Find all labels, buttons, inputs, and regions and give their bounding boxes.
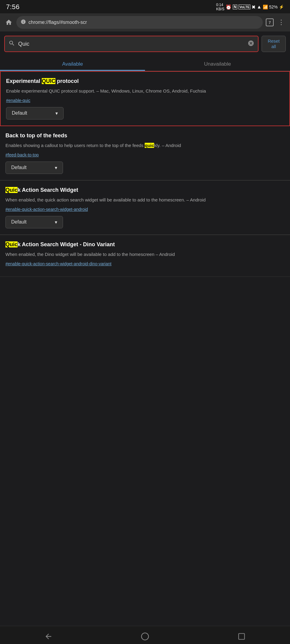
flag-desc-quic: Enable experimental QUIC protocol suppor… [6, 88, 284, 95]
flag-item-quick-action-widget-dino: Quick Action Search Widget - Dino Varian… [0, 235, 290, 277]
flag-dropdown-value-quic: Default [12, 110, 27, 116]
flag-title-quick-action-widget: Quick Action Search Widget [5, 187, 285, 194]
flag-title-quick-action-widget-dino: Quick Action Search Widget - Dino Varian… [5, 241, 285, 248]
svg-rect-1 [239, 633, 245, 639]
flags-content: Quic Resetall Available Unavailable Expe… [0, 31, 290, 626]
info-icon [21, 19, 26, 26]
dropdown-arrow-quic: ▾ [55, 110, 58, 116]
battery-level: 52% ⚡ [269, 5, 284, 9]
flag-desc-back-to-top: Enables showing a callout to help users … [5, 142, 285, 149]
search-input-wrapper[interactable]: Quic [4, 36, 259, 52]
home-button[interactable] [137, 629, 153, 644]
highlight-quic: QUIC [42, 78, 55, 84]
flag-dropdown-quick-action-widget[interactable]: Default ▾ [5, 216, 63, 228]
alarm-icon: ⏰ [226, 4, 232, 10]
bottom-nav [0, 626, 290, 644]
search-icon [8, 40, 15, 48]
clear-search-icon[interactable] [248, 40, 254, 48]
flag-desc-quick-action-widget: When enabled, the quick action search wi… [5, 197, 285, 204]
search-area: Quic Resetall [0, 31, 290, 56]
menu-dots[interactable]: ⋮ [277, 17, 286, 28]
highlight-quic-2: quic [145, 143, 154, 148]
flag-title-back-to-top: Back to top of the feeds [5, 132, 285, 139]
browser-bar: chrome://flags/#smooth-scr 7 ⋮ [0, 13, 290, 31]
flag-item-back-to-top: Back to top of the feeds Enables showing… [0, 126, 290, 180]
bluetooth-icon: ✖ [252, 4, 255, 10]
search-input[interactable]: Quic [18, 41, 245, 47]
flag-title-quic: Experimental QUIC protocol [6, 78, 284, 85]
signal-icon: 📶 [263, 5, 268, 9]
svg-point-0 [141, 633, 148, 640]
recents-button[interactable] [234, 629, 249, 644]
flag-desc-quick-action-widget-dino: When enabled, the Dino widget will be av… [5, 251, 285, 258]
flag-link-back-to-top[interactable]: #feed-back-to-top [5, 152, 39, 157]
lte-icon: VoLTE [239, 5, 250, 9]
data-speed: 0:14KB/S [216, 3, 224, 11]
highlight-quic-4: Quic [5, 241, 18, 247]
dropdown-arrow-quick-action-widget: ▾ [55, 219, 57, 225]
wifi-icon: ▲ [257, 4, 262, 10]
nfc-icon: N [233, 5, 237, 9]
flag-item-experimental-quic: Experimental QUIC protocol Enable experi… [0, 71, 290, 126]
flag-link-quic[interactable]: #enable-quic [6, 98, 30, 103]
dropdown-arrow-back-to-top: ▾ [55, 165, 57, 171]
tab-unavailable[interactable]: Unavailable [145, 56, 290, 71]
flag-dropdown-value-back-to-top: Default [11, 165, 27, 170]
status-icons: 0:14KB/S ⏰ N VoLTE ✖ ▲ 📶 52% ⚡ [216, 3, 284, 11]
tabs-bar: Available Unavailable [0, 56, 290, 71]
tab-count[interactable]: 7 [266, 18, 274, 26]
flag-link-quick-action-widget[interactable]: #enable-quick-action-search-widget-andro… [5, 207, 88, 212]
status-bar: 7:56 0:14KB/S ⏰ N VoLTE ✖ ▲ 📶 52% ⚡ [0, 0, 290, 13]
url-text: chrome://flags/#smooth-scr [28, 20, 259, 25]
reset-all-button[interactable]: Resetall [262, 36, 286, 52]
flag-link-quick-action-widget-dino[interactable]: #enable-quick-action-search-widget-andro… [5, 261, 111, 266]
url-bar[interactable]: chrome://flags/#smooth-scr [16, 16, 263, 29]
home-icon[interactable] [4, 18, 13, 27]
status-time: 7:56 [6, 3, 20, 11]
flag-dropdown-value-quick-action-widget: Default [11, 219, 27, 225]
flag-dropdown-back-to-top[interactable]: Default ▾ [5, 162, 63, 174]
flag-dropdown-quic[interactable]: Default ▾ [6, 107, 64, 119]
tab-available[interactable]: Available [0, 56, 145, 71]
flag-item-quick-action-widget: Quick Action Search Widget When enabled,… [0, 181, 290, 235]
back-button[interactable] [41, 629, 56, 644]
highlight-quic-3: Quic [5, 187, 18, 193]
flags-list: Experimental QUIC protocol Enable experi… [0, 71, 290, 277]
